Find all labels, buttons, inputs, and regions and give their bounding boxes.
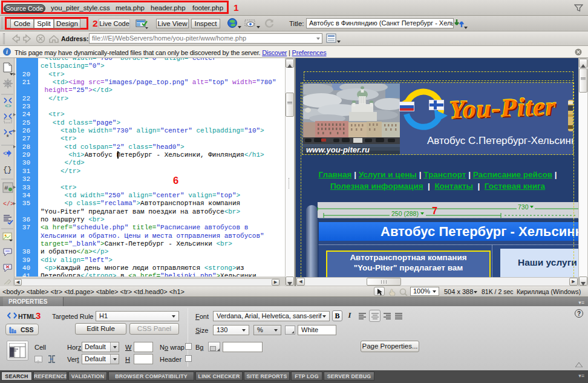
svg-text:#: # bbox=[4, 185, 8, 192]
svg-text:*: * bbox=[5, 134, 10, 142]
svg-text:<>: <> bbox=[5, 103, 11, 110]
